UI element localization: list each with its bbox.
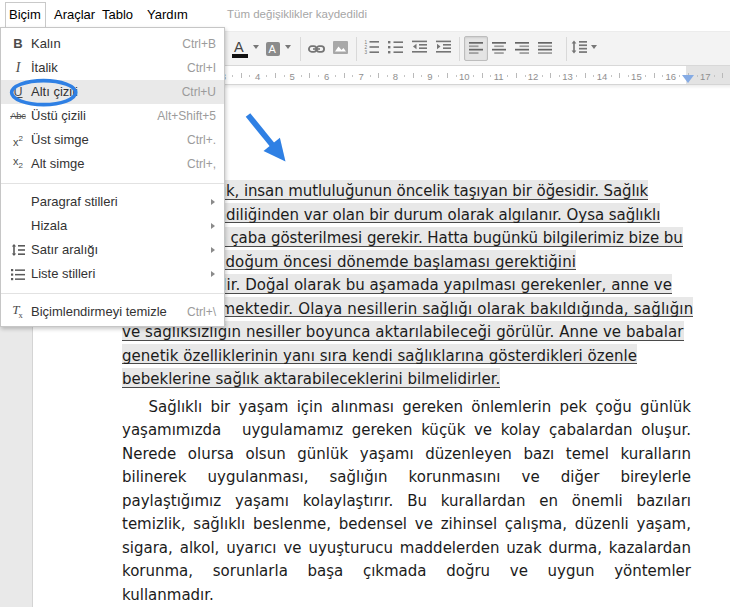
align-center-button[interactable]	[492, 35, 506, 63]
submenu-arrow-icon	[211, 247, 215, 253]
decrease-indent-icon	[412, 40, 427, 58]
ruler-number: 10	[459, 71, 470, 82]
bulleted-list-button[interactable]	[388, 35, 403, 63]
ruler-quartercm-tick	[542, 75, 543, 77]
menubar-item-3[interactable]: Tablo	[99, 0, 136, 27]
ruler-halfcm-tick	[241, 73, 242, 78]
ruler-quartercm-tick	[249, 75, 250, 77]
text-line[interactable]: bilinerek uygulanması, sağlığın korunmas…	[122, 466, 691, 490]
menubar-item-2[interactable]: Araçlar	[51, 0, 98, 27]
ruler-quartercm-tick	[352, 75, 353, 77]
menu-item-kal-n[interactable]: BKalınCtrl+B	[1, 32, 224, 56]
menu-item--st-izili[interactable]: AbcÜstü çiziliAlt+Shift+5	[1, 104, 224, 128]
superscript-icon: x2	[8, 128, 28, 152]
numbered-list-button[interactable]: 123	[364, 35, 379, 63]
ruler-halfcm-tick	[275, 73, 276, 78]
text-line[interactable]: Nerede olursa olsun günlük yaşamı düzenl…	[122, 443, 691, 467]
align-center-icon	[492, 40, 506, 58]
bold-icon: B	[8, 32, 28, 56]
insert-image-button[interactable]	[333, 35, 348, 63]
menu-item-bi-imlendirmeyi-temizle[interactable]: TxBiçimlendirmeyi temizleCtrl+\	[1, 300, 224, 324]
selected-underlined-text-line[interactable]: Sağlık, insan mutluluğunun öncelik taşıy…	[190, 180, 648, 200]
align-justify-icon	[538, 40, 552, 58]
ruler-number: 14	[597, 71, 608, 82]
ruler-quartercm-tick	[490, 75, 491, 77]
right-indent-marker[interactable]	[682, 75, 694, 83]
menu-item-sat-r-aral-[interactable]: Satır aralığı	[1, 238, 224, 262]
ruler-quartercm-tick	[404, 75, 405, 77]
selected-underlined-text-line[interactable]: olmak için çaba gösterilmesi gerekir. Ha…	[150, 227, 683, 247]
paragraph-justified[interactable]: Sağlıklı bir yaşam için alınması gereken…	[122, 396, 691, 607]
text-line[interactable]: sigara, alkol, uyarıcı ve uyuşturucu mad…	[122, 537, 691, 561]
ruler-quartercm-tick	[593, 75, 594, 77]
ruler-number: 17	[700, 71, 711, 82]
dropdown-caret-icon[interactable]	[253, 45, 259, 49]
ruler-number: 4	[255, 71, 260, 82]
align-right-button[interactable]	[515, 35, 529, 63]
line-spacing-button[interactable]	[571, 35, 587, 63]
align-right-icon	[515, 40, 529, 58]
highlight-color-button[interactable]: A	[266, 35, 280, 63]
ruler-number: 12	[528, 71, 539, 82]
text-line[interactable]: yaşamımızda uygulamamız gereken küçük ve…	[122, 419, 691, 443]
menu-item-paragraf-stilleri[interactable]: Paragraf stilleri	[1, 190, 224, 214]
text-line[interactable]: Sağlıklı bir yaşam için alınması gereken…	[122, 396, 691, 420]
insert-link-icon	[308, 40, 325, 58]
ruler-quartercm-tick	[645, 75, 646, 77]
toolbar-separator	[300, 37, 301, 61]
ruler-quartercm-tick	[507, 75, 508, 77]
ruler-quartercm-tick	[611, 75, 612, 77]
menu-item-hizala[interactable]: Hizala	[1, 214, 224, 238]
decrease-indent-button[interactable]	[412, 35, 427, 63]
clear-formatting-icon: Tx	[8, 300, 28, 324]
ruler-quartercm-tick	[662, 75, 663, 77]
ruler-quartercm-tick	[697, 75, 698, 77]
menu-item--st-simge[interactable]: x2Üst simgeCtrl+.	[1, 128, 224, 152]
ruler-number: 9	[427, 71, 432, 82]
insert-link-button[interactable]	[308, 35, 325, 63]
ruler-quartercm-tick	[318, 75, 319, 77]
selected-underlined-text-line[interactable]: bebeklerine sağlık aktarabileceklerini b…	[122, 368, 500, 388]
text-line[interactable]: temizlik, sağlıklı beslenme, bedensel ve…	[122, 513, 691, 537]
align-left-icon	[469, 40, 483, 58]
toolbar-separator	[566, 37, 567, 61]
align-justify-button[interactable]	[538, 35, 552, 63]
dropdown-caret-icon[interactable]	[285, 45, 291, 49]
toolbar-separator	[356, 37, 357, 61]
ruler-halfcm-tick	[344, 73, 345, 78]
menu-item-i-talik[interactable]: IİtalikCtrl+I	[1, 56, 224, 80]
text-line[interactable]: paylaştığımız yaşamı kolaylaştırır. Bu k…	[122, 490, 691, 514]
ruler-halfcm-tick	[619, 73, 620, 78]
save-status-text: Tüm değişiklikler kaydedildi	[227, 0, 367, 27]
text-color-button[interactable]: A	[232, 35, 251, 63]
text-line[interactable]: kullanmadır.	[122, 584, 691, 607]
text-line[interactable]: korunma, sorunlarla başa çıkmada doğru v…	[122, 560, 691, 584]
align-left-button[interactable]	[464, 36, 488, 61]
ruler-quartercm-tick	[301, 75, 302, 77]
ruler-quartercm-tick	[525, 75, 526, 77]
increase-indent-button[interactable]	[436, 35, 451, 63]
ruler-number: 6	[324, 71, 329, 82]
menubar-item-1[interactable]: Biçim	[6, 0, 44, 27]
menu-item-alt-izili[interactable]: UAltı çiziliCtrl+U	[1, 80, 224, 104]
dropdown-caret-icon[interactable]	[591, 45, 597, 49]
ruler-quartercm-tick	[628, 75, 629, 77]
ruler-quartercm-tick	[232, 75, 233, 77]
ruler-quartercm-tick	[559, 75, 560, 77]
ruler-quartercm-tick	[438, 75, 439, 77]
menu-item-liste-stilleri[interactable]: Liste stilleri	[1, 262, 224, 286]
selected-underlined-text-line[interactable]: genetik özelliklerinin yanı sıra kendi s…	[122, 344, 637, 364]
italic-icon: I	[8, 56, 28, 80]
menubar-item-4[interactable]: Yardım	[144, 0, 191, 27]
menu-shortcut: Ctrl+,	[187, 152, 216, 176]
toolbar-separator	[459, 37, 460, 61]
ruler-quartercm-tick	[370, 75, 371, 77]
ruler-halfcm-tick	[482, 73, 483, 78]
ruler-halfcm-tick	[722, 73, 723, 78]
underline-icon: U	[8, 80, 28, 104]
menu-item-alt-simge[interactable]: x2Alt simgeCtrl+,	[1, 152, 224, 176]
ruler-quartercm-tick	[284, 75, 285, 77]
submenu-arrow-icon	[211, 223, 215, 229]
ruler-halfcm-tick	[309, 73, 310, 78]
ruler-number: 8	[393, 71, 398, 82]
